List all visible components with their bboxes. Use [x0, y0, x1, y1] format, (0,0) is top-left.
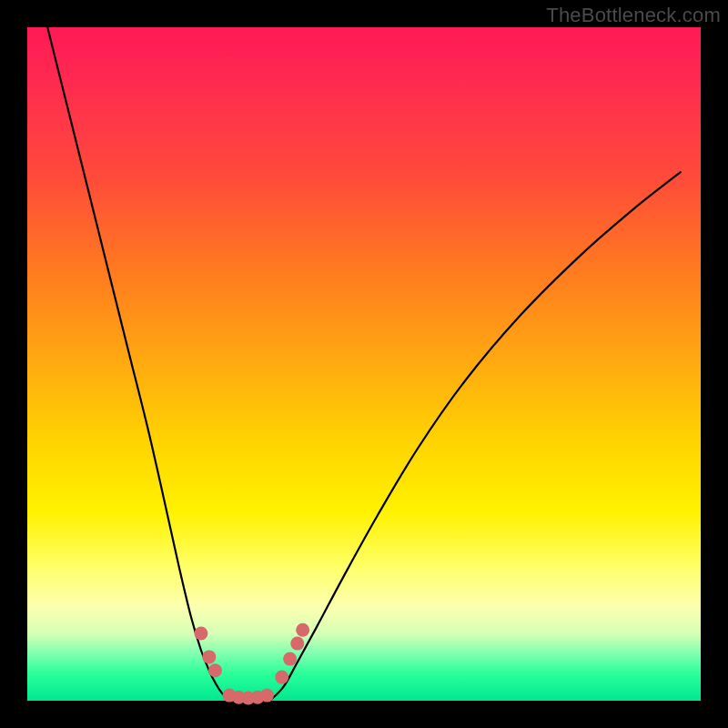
data-marker	[194, 627, 207, 641]
data-marker	[283, 652, 297, 666]
chart-svg	[27, 27, 701, 701]
data-marker	[202, 650, 216, 663]
data-marker	[260, 689, 274, 703]
markers-group	[194, 623, 309, 705]
plot-area	[27, 27, 701, 701]
data-marker	[296, 623, 309, 637]
data-marker	[208, 663, 222, 677]
curve-right-branch	[269, 172, 680, 701]
data-marker	[290, 637, 304, 651]
data-marker	[275, 671, 288, 684]
chart-frame: TheBottleneck.com	[0, 0, 728, 728]
curve-left-branch	[47, 27, 229, 701]
watermark-text: TheBottleneck.com	[546, 4, 721, 27]
